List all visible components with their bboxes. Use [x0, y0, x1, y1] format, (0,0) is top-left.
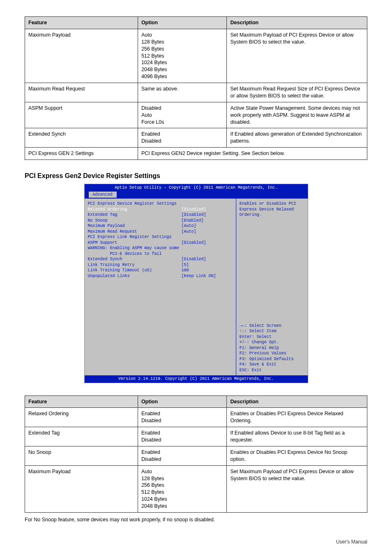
cell-feature: ASPM Support: [25, 102, 138, 128]
th-feature: Feature: [25, 395, 138, 408]
table-row: Maximum Read RequestSame as above.Set Ma…: [25, 83, 367, 102]
cell-feature: Extended Tag: [25, 427, 138, 446]
bios-line: Extended Synch [Disabled]: [88, 257, 233, 262]
table-row: ASPM SupportDisabled Auto Force L0sActiv…: [25, 102, 367, 128]
cell-description: Set Maximum Read Request Size of PCI Exp…: [227, 83, 367, 102]
cell-description: Active State Power Management. Some devi…: [227, 102, 367, 128]
table-row: Relaxed OrderingEnabled DisabledEnables …: [25, 408, 367, 427]
cell-feature: Relaxed Ordering: [25, 408, 138, 427]
cell-description: Enables or Disables PCI Express Device R…: [227, 408, 367, 427]
cell-feature: Maximum Read Request: [25, 83, 138, 102]
bios-footer: Version 2.14.1219. Copyright (C) 2011 Am…: [85, 375, 308, 383]
cell-option: Enabled Disabled: [138, 427, 227, 446]
cell-feature: Maximum Payload: [25, 29, 138, 83]
th-option: Option: [138, 395, 227, 408]
bios-help-keys: →←: Select Screen ↑↓: Select Item Enter:…: [240, 323, 304, 373]
bios-line: Maximum Payload [Auto]: [88, 223, 233, 229]
bios-body: PCI Express Device Register SettingsRela…: [85, 199, 308, 375]
bios-line: Extended Tag [Disabled]: [88, 212, 233, 218]
cell-option: Same as above.: [138, 83, 227, 102]
cell-feature: No Snoop: [25, 446, 138, 465]
bios-line: PCI-E devices to fail: [88, 251, 233, 257]
th-option: Option: [138, 17, 227, 29]
table-row: PCI Express GEN 2 SettingsPCI Express GE…: [25, 148, 367, 160]
user-manual-label: User's Manual: [336, 539, 367, 545]
nosnoop-footnote: For No Snoop feature, some devices may n…: [25, 517, 367, 523]
cell-description: Set Maximum Payload of PCI Express Devic…: [227, 465, 367, 512]
cell-option: Enabled Disabled: [138, 446, 227, 465]
bios-line: PCI Express Link Register Settings: [88, 234, 233, 240]
bios-line: WARNING: Enabling ASPM may cause some: [88, 245, 233, 251]
cell-description-span: PCI Express GEN2 Device register Setting…: [138, 148, 367, 160]
section-heading: PCI Express Gen2 Device Register Setting…: [25, 172, 367, 180]
bios-line: Unpopulated Links [Keep Link ON]: [88, 273, 233, 279]
table-row: No SnoopEnabled DisabledEnables or Disab…: [25, 446, 367, 465]
bios-line: Relaxed Ordering [Disabled]: [88, 207, 233, 213]
bios-tabs: Advanced: [85, 192, 308, 199]
cell-option: Disabled Auto Force L0s: [138, 102, 227, 128]
bios-titlebar: Aptio Setup Utility – Copyright (C) 2011…: [85, 184, 308, 192]
table-header-row: Feature Option Description: [25, 17, 367, 29]
bios-help-text: Enables or Disables PCI Express Device R…: [240, 201, 304, 218]
cell-option: Auto 128 Bytes 256 Bytes 512 Bytes 1024 …: [138, 465, 227, 512]
cell-description: Enables or Disables PCI Express Device N…: [227, 446, 367, 465]
th-feature: Feature: [25, 17, 138, 29]
cell-option: Enabled Disabled: [138, 128, 227, 148]
bios-line: Link Training Retry [5]: [88, 262, 233, 268]
cell-feature: PCI Express GEN 2 Settings: [25, 148, 138, 160]
bios-line: ASPM Support [Disabled]: [88, 240, 233, 246]
bios-line: No Snoop [Enabled]: [88, 218, 233, 224]
cell-option: Auto 128 Bytes 256 Bytes 512 Bytes 1024 …: [138, 29, 227, 83]
table-header-row: Feature Option Description: [25, 395, 367, 408]
table-row: Maximum PayloadAuto 128 Bytes 256 Bytes …: [25, 29, 367, 83]
bios-screenshot: Aptio Setup Utility – Copyright (C) 2011…: [84, 184, 308, 383]
feature-table-2: Feature Option Description Relaxed Order…: [25, 395, 367, 513]
cell-feature: Extended Synch: [25, 128, 138, 148]
bios-help-panel: Enables or Disables PCI Express Device R…: [236, 199, 308, 375]
bios-line: Maximum Read Request [Auto]: [88, 229, 233, 235]
table-row: Maximum PayloadAuto 128 Bytes 256 Bytes …: [25, 465, 367, 512]
cell-option: Enabled Disabled: [138, 408, 227, 427]
cell-description: If Enabled allows Device to use 8-bit Ta…: [227, 427, 367, 446]
bios-main-panel: PCI Express Device Register SettingsRela…: [85, 199, 236, 375]
table-row: Extended TagEnabled DisabledIf Enabled a…: [25, 427, 367, 446]
cell-description: If Enabled allows generation of Extended…: [227, 128, 367, 148]
th-description: Description: [227, 17, 367, 29]
bios-line: PCI Express Device Register Settings: [88, 201, 233, 207]
table-row: Extended SynchEnabled DisabledIf Enabled…: [25, 128, 367, 148]
cell-feature: Maximum Payload: [25, 465, 138, 512]
cell-description: Set Maximum Payload of PCI Express Devic…: [227, 29, 367, 83]
bios-tab-advanced[interactable]: Advanced: [89, 192, 117, 198]
feature-table-1: Feature Option Description Maximum Paylo…: [25, 16, 367, 160]
bios-line: Link Training Timeout (uS) 100: [88, 268, 233, 273]
th-description: Description: [227, 395, 367, 408]
